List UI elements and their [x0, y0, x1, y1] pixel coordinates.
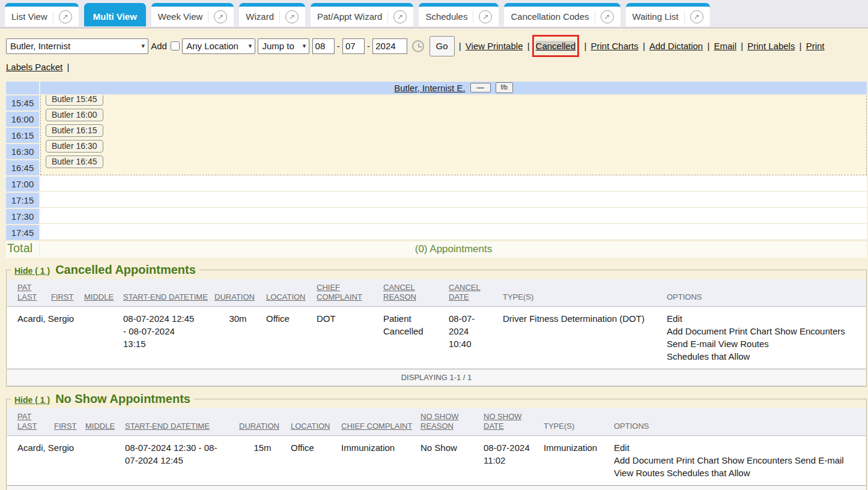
sort-first[interactable]: FIRST — [51, 292, 74, 301]
tab-divider — [595, 11, 595, 23]
date-day-field[interactable] — [342, 38, 365, 54]
no-show-appointments-section: Hide ( 1 ) No Show Appointments PAT LAST… — [6, 392, 867, 490]
add-dictation-link[interactable]: Add Dictation — [649, 41, 703, 51]
open-new-window-icon[interactable]: ↗ — [690, 10, 703, 23]
time-slot-label: 17:30 — [6, 209, 39, 224]
empty-slot-row[interactable] — [40, 175, 867, 192]
options-links-line[interactable]: Add Document Print Chart Show Encounters… — [614, 454, 861, 467]
tab-label: List View — [11, 11, 47, 22]
open-new-window-icon[interactable]: ↗ — [479, 10, 492, 23]
edit-link[interactable]: Edit — [614, 441, 861, 454]
empty-slot-row[interactable] — [40, 224, 867, 240]
sort-chief-complaint[interactable]: CHIEF COMPLAINT — [317, 283, 362, 301]
cancelled-appointment-row: Acardi, Sergio 08-07-2024 12:45 - 08-07-… — [7, 306, 866, 369]
fb-toggle-button[interactable]: f/b — [496, 82, 513, 93]
sort-first[interactable]: FIRST — [54, 422, 77, 431]
chevron-down-icon: ▾ — [303, 37, 306, 55]
cancelled-appointments-section: Hide ( 1 ) Cancelled Appointments PAT LA… — [6, 263, 867, 387]
email-link[interactable]: Email — [714, 41, 736, 51]
sort-chief-complaint[interactable]: CHIEF COMPLAINT — [341, 422, 412, 431]
link-separator: | — [526, 41, 532, 51]
open-new-window-icon[interactable]: ↗ — [601, 10, 614, 23]
sort-start-end[interactable]: START-END DATETIME — [123, 292, 208, 301]
open-slot-button[interactable]: Butler 16:45 — [46, 156, 103, 168]
cancelled-link[interactable]: Cancelled — [536, 41, 576, 51]
open-slot-button[interactable]: Butler 16:00 — [46, 109, 103, 121]
tab-pat-appt-wizard[interactable]: Pat/Appt Wizard ↗ — [311, 3, 413, 26]
options-cell: Edit Add Document Print Chart Show Encou… — [614, 435, 866, 485]
grid-corner-cell — [6, 82, 39, 94]
open-slot-button[interactable]: Butler 16:30 — [46, 140, 103, 153]
sort-duration[interactable]: DURATION — [214, 292, 255, 301]
open-new-window-icon[interactable]: ↗ — [59, 10, 72, 23]
minimize-column-button[interactable]: — — [470, 83, 491, 92]
date-year-field[interactable] — [372, 38, 407, 54]
chief-complaint-cell: Immunization — [341, 435, 420, 485]
tab-waiting-list[interactable]: Waiting List ↗ — [626, 3, 710, 26]
sort-pat-last[interactable]: PAT LAST — [17, 283, 37, 301]
tab-label: Waiting List — [633, 11, 679, 22]
no-show-appointment-row: Acardi, Sergio 08-07-2024 12:30 - 08-07-… — [7, 435, 866, 485]
tab-multi-view[interactable]: Multi View — [84, 3, 146, 26]
print-labels-link[interactable]: Print Labels — [747, 41, 795, 51]
tab-label: Pat/Appt Wizard — [317, 11, 382, 22]
edit-link[interactable]: Edit — [667, 312, 861, 325]
sort-no-show-reason[interactable]: NO SHOW REASON — [420, 412, 459, 431]
sort-location[interactable]: LOCATION — [266, 292, 306, 301]
no-show-table-header-row: PAT LAST FIRST MIDDLE START-END DATETIME… — [7, 408, 866, 436]
options-links-line[interactable]: Send E-mail View Routes — [667, 337, 861, 350]
total-label: Total — [6, 241, 39, 258]
options-column-header: OPTIONS — [614, 422, 649, 431]
schedule-total-row: Total (0) Appointments — [6, 241, 867, 258]
total-appointments-count: (0) Appointments — [40, 241, 867, 258]
go-button[interactable]: Go — [429, 36, 455, 56]
open-slot-button[interactable]: Butler 15:45 — [46, 95, 103, 106]
schedule-toolbar: Butler, Internist▾ Add Any Location▾ Jum… — [0, 28, 868, 78]
chevron-down-icon: ▾ — [141, 37, 145, 55]
appointment-slot-area: Butler 15:45 Butler 16:00 Butler 16:15 B… — [40, 95, 867, 240]
sort-duration[interactable]: DURATION — [239, 422, 279, 431]
provider-select[interactable]: Butler, Internist▾ — [6, 38, 148, 54]
sort-pat-last[interactable]: PAT LAST — [17, 412, 37, 431]
tab-week-view[interactable]: Week View ↗ — [151, 3, 234, 26]
tab-label: Week View — [158, 11, 202, 22]
duration-cell: 15m — [239, 435, 291, 485]
hide-cancelled-link[interactable]: Hide ( 1 ) — [14, 266, 50, 276]
jump-to-select[interactable]: Jump to▾ — [258, 38, 309, 54]
open-new-window-icon[interactable]: ↗ — [214, 10, 227, 23]
time-slot-label: 16:30 — [6, 144, 39, 159]
open-new-window-icon[interactable]: ↗ — [285, 10, 299, 23]
time-column: 15:45 16:00 16:15 16:30 16:45 17:00 17:1… — [6, 94, 39, 240]
hide-no-show-link[interactable]: Hide ( 1 ) — [14, 395, 50, 405]
date-month-field[interactable] — [312, 38, 335, 54]
options-links-line[interactable]: Schedules that Allow — [667, 350, 861, 363]
tab-schedules[interactable]: Schedules ↗ — [419, 3, 499, 26]
main-tab-bar: List View ↗ Multi View Week View ↗ Wizar… — [0, 0, 868, 28]
cancelled-table-header-row: PAT LAST FIRST MIDDLE START-END DATETIME… — [7, 279, 866, 307]
open-slot-button[interactable]: Butler 16:15 — [46, 124, 103, 137]
sort-cancel-date[interactable]: CANCEL DATE — [449, 283, 481, 301]
open-new-window-icon[interactable]: ↗ — [393, 10, 407, 23]
sort-cancel-reason[interactable]: CANCEL REASON — [383, 283, 416, 301]
sort-middle[interactable]: MIDDLE — [85, 422, 115, 431]
clock-icon[interactable] — [412, 40, 424, 52]
provider-name-link[interactable]: Butler, Internist E. — [394, 83, 465, 93]
tab-list-view[interactable]: List View ↗ — [5, 3, 79, 26]
sort-location[interactable]: LOCATION — [291, 422, 330, 431]
view-printable-link[interactable]: View Printable — [466, 41, 523, 51]
options-links-line[interactable]: View Routes Schedules that Allow — [614, 467, 861, 479]
options-links-line[interactable]: Add Document Print Chart Show Encounters — [667, 325, 861, 337]
sort-start-end[interactable]: START-END DATETIME — [125, 422, 210, 431]
empty-slot-row[interactable] — [40, 192, 867, 208]
sort-middle[interactable]: MIDDLE — [84, 292, 114, 301]
print-charts-link[interactable]: Print Charts — [591, 41, 639, 51]
tab-wizard[interactable]: Wizard ↗ — [239, 3, 305, 26]
tab-cancellation-codes[interactable]: Cancellation Codes ↗ — [504, 3, 620, 26]
location-select[interactable]: Any Location▾ — [182, 38, 255, 54]
time-slot-label: 16:15 — [6, 128, 39, 143]
add-provider-checkbox[interactable] — [171, 41, 180, 50]
empty-slot-row[interactable] — [40, 208, 867, 224]
time-slot-label: 16:45 — [6, 160, 39, 175]
date-separator: - — [337, 41, 340, 51]
sort-no-show-date[interactable]: NO SHOW DATE — [484, 412, 522, 431]
